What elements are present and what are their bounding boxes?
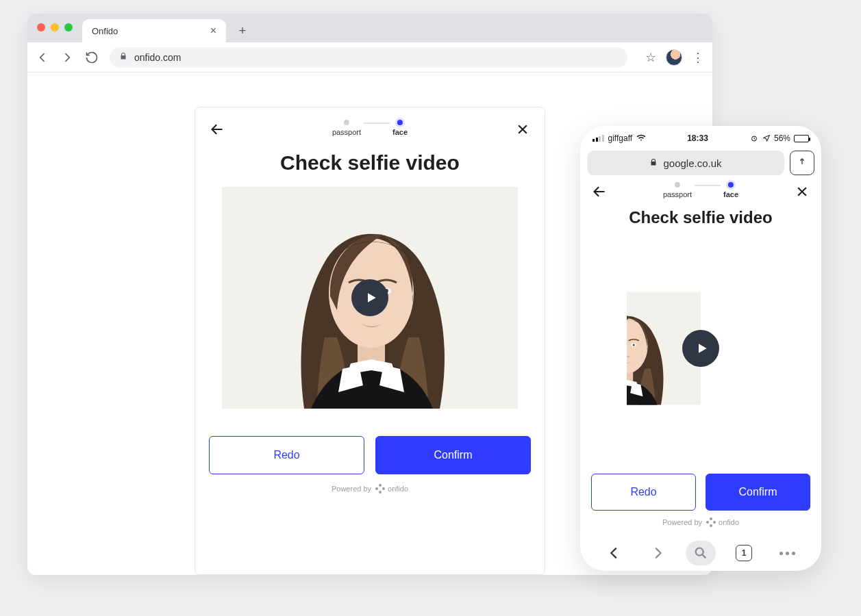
step-connector [364,123,390,124]
bookmark-icon[interactable]: ☆ [645,50,656,65]
play-button[interactable] [682,330,719,367]
onfido-logo: onfido [375,484,408,493]
back-button[interactable] [591,183,608,200]
back-button[interactable] [209,121,225,138]
step-label-face: face [723,190,738,198]
location-icon [762,134,771,142]
step-dot-face [397,120,403,125]
new-tab-button[interactable]: + [233,21,252,40]
profile-avatar[interactable] [666,49,682,66]
powered-by-text: Powered by [662,518,702,526]
step-label-face: face [392,128,408,136]
play-button[interactable] [351,279,388,316]
confirm-button[interactable]: Confirm [706,474,810,511]
url-text: onfido.com [134,52,181,63]
step-indicator: passport face [332,120,408,136]
address-bar-actions: ☆ ⋮ [645,49,704,66]
powered-by-text: Powered by [332,485,371,493]
selfie-check-card: passport face Check selfie video [195,107,545,575]
selfie-video-preview [627,235,775,461]
window-maximize-icon[interactable] [64,23,73,31]
safari-bottom-toolbar: 1 [580,535,821,571]
redo-button[interactable]: Redo [209,436,364,474]
mobile-url-input[interactable]: google.co.uk [587,151,784,175]
clock: 18:33 [687,133,708,143]
status-bar: giffgaff 18:33 56% [580,130,821,146]
url-input[interactable]: onfido.com [110,47,627,68]
powered-by: Powered by onfido [209,484,531,493]
window-minimize-icon[interactable] [51,23,59,31]
step-dot-passport [675,182,680,188]
forward-icon[interactable] [60,51,74,64]
battery-pct: 56% [774,133,790,143]
mobile-content: passport face Check selfie video Redo Co… [580,175,821,527]
tabs-button[interactable]: 1 [729,541,759,565]
brand-text: onfido [719,518,739,526]
step-connector [695,185,721,186]
tab-close-icon[interactable]: × [210,25,216,37]
action-buttons: Redo Confirm [591,474,810,511]
signal-icon [592,135,604,142]
step-indicator: passport face [663,182,738,198]
share-button[interactable] [790,151,814,175]
close-button[interactable] [514,121,531,138]
mobile-device: giffgaff 18:33 56% google.co.uk [580,126,821,571]
address-bar: onfido.com ☆ ⋮ [27,42,712,73]
step-label-passport: passport [332,128,361,136]
step-dot-passport [344,120,349,125]
tab-title: Onfido [92,26,118,36]
carrier-label: giffgaff [608,133,633,143]
action-buttons: Redo Confirm [209,436,531,474]
confirm-button[interactable]: Confirm [375,436,531,474]
more-icon[interactable] [772,541,802,565]
alarm-icon [749,134,759,142]
battery-icon [794,135,809,142]
redo-button[interactable]: Redo [591,474,696,511]
window-controls [37,23,73,31]
step-dot-face [728,182,734,188]
card-title: Check selfie video [591,208,810,227]
powered-by: Powered by onfido [591,517,810,527]
browser-tab[interactable]: Onfido × [82,19,226,42]
back-icon[interactable] [36,51,49,64]
safari-url-bar: google.co.uk [587,151,814,175]
mobile-url-text: google.co.uk [663,157,721,169]
lock-icon [119,52,127,62]
step-label-passport: passport [663,190,692,198]
tab-strip: Onfido × + [27,14,712,42]
wifi-icon [636,133,646,144]
nav-forward-icon[interactable] [642,541,673,565]
onfido-logo: onfido [706,517,739,527]
selfie-video-preview [222,187,518,409]
window-close-icon[interactable] [37,23,45,31]
lock-icon [649,158,658,168]
close-button[interactable] [794,183,810,200]
search-button[interactable] [686,541,716,565]
nav-back-icon[interactable] [599,541,629,565]
card-title: Check selfie video [209,151,531,175]
menu-icon[interactable]: ⋮ [692,50,704,65]
brand-text: onfido [388,485,408,493]
tab-count: 1 [736,545,752,561]
svg-point-8 [696,548,703,556]
reload-icon[interactable] [85,51,99,64]
